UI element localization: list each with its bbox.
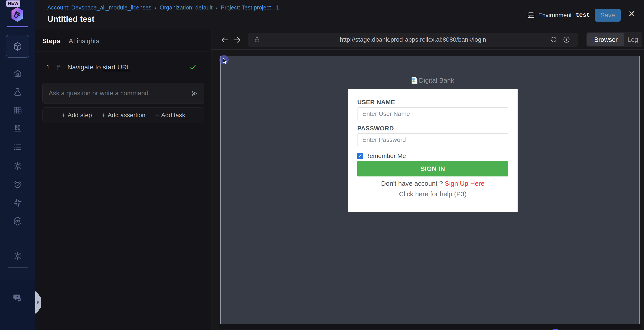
- box-icon: [12, 42, 23, 52]
- start-url-link[interactable]: start URL: [103, 64, 130, 71]
- sidebar-item-tests-active[interactable]: [6, 35, 29, 58]
- step-success-check-icon: [189, 63, 197, 71]
- chevron-right-icon: [37, 300, 40, 304]
- add-step-label: Add step: [68, 112, 92, 119]
- remember-label: Remember Me: [365, 152, 406, 160]
- flask-icon[interactable]: [12, 87, 23, 97]
- url-text[interactable]: http://stage.dbank.prod-apps.relicx.ai:8…: [248, 32, 578, 47]
- settings-gear-icon[interactable]: [12, 161, 23, 171]
- checklist-icon[interactable]: [12, 142, 23, 152]
- view-switch: Browser Log: [586, 32, 642, 47]
- add-assertion-button[interactable]: + Add assertion: [102, 112, 145, 119]
- save-button[interactable]: Save: [595, 9, 621, 22]
- sidebar-divider: [8, 268, 28, 268]
- bank-logo-alt-text: Digital Bank: [419, 77, 454, 84]
- settings-gear-icon[interactable]: [12, 251, 23, 261]
- cursor-arrow-icon: [221, 57, 230, 65]
- step-actions-bar: + Add step + Add assertion + Add task: [42, 107, 204, 123]
- sidebar-bottom-section: ? AU: [0, 281, 35, 330]
- plus-icon: +: [62, 112, 66, 119]
- help-link[interactable]: Click here for help (P3): [348, 190, 518, 198]
- close-icon[interactable]: ✕: [628, 10, 635, 18]
- signup-link[interactable]: Sign Up Here: [445, 180, 484, 187]
- svg-text:?: ?: [16, 183, 18, 187]
- plus-icon: +: [155, 112, 159, 119]
- command-input-box: [42, 82, 204, 104]
- tab-log[interactable]: Log: [624, 36, 641, 44]
- step-description-prefix: Navigate to: [68, 64, 103, 71]
- plus-icon: +: [102, 112, 106, 119]
- browser-panel: http://stage.dbank.prod-apps.relicx.ai:8…: [212, 30, 644, 330]
- top-header: Account: Devspace_all_module_licenses › …: [35, 0, 644, 30]
- remember-me-row: ✓ Remember Me: [357, 152, 406, 160]
- password-field[interactable]: [357, 134, 508, 146]
- environment-value: test: [576, 12, 590, 18]
- bank-logo-broken-image: Digital Bank: [348, 77, 518, 84]
- tab-browser[interactable]: Browser: [588, 33, 624, 46]
- signup-prompt: Don't have account ?: [381, 180, 443, 187]
- add-assertion-label: Add assertion: [108, 112, 145, 119]
- steps-panel: Steps AI insights 1 Navigate to start UR…: [35, 30, 212, 330]
- step-number: 1: [46, 64, 55, 71]
- svg-text:?: ?: [16, 295, 18, 299]
- steps-tab-bar: Steps AI insights: [35, 30, 211, 52]
- password-label: PASSWORD: [357, 125, 394, 132]
- reload-icon[interactable]: [550, 36, 558, 44]
- new-badge: NEW: [6, 0, 20, 6]
- app-logo-icon[interactable]: [10, 6, 24, 23]
- breadcrumb-organization[interactable]: Organization: default: [160, 4, 212, 11]
- add-task-label: Add task: [161, 112, 185, 119]
- username-label: USER NAME: [357, 99, 395, 106]
- url-bar[interactable]: http://stage.dbank.prod-apps.relicx.ai:8…: [248, 32, 578, 47]
- playback-bar: 02:00 LIVE 0.5x 1x 2x 4x 8x 16x skip ina…: [219, 324, 641, 329]
- grid-icon[interactable]: [12, 105, 23, 115]
- infinity-hexagon-icon[interactable]: [12, 216, 23, 226]
- tab-ai-insights[interactable]: AI insights: [69, 37, 99, 45]
- help-chat-icon[interactable]: ?: [12, 293, 23, 303]
- forward-arrow-icon[interactable]: [232, 36, 242, 44]
- tab-steps[interactable]: Steps: [42, 37, 60, 45]
- chevron-right-icon: ›: [212, 4, 221, 11]
- sign-in-button[interactable]: SIGN IN: [357, 161, 508, 176]
- browser-chrome-bar: http://stage.dbank.prod-apps.relicx.ai:8…: [212, 30, 644, 50]
- icon-sidebar: NEW: [0, 0, 35, 330]
- page-title: Untitled test: [47, 14, 94, 24]
- back-arrow-icon[interactable]: [220, 36, 229, 44]
- login-card: USER NAME PASSWORD ✓ Remember Me SIGN IN…: [348, 89, 518, 212]
- flag-icon: [55, 64, 62, 71]
- step-description: Navigate to start URL: [68, 64, 130, 71]
- step-row[interactable]: 1 Navigate to start URL: [46, 62, 202, 72]
- remote-cursor: [221, 56, 234, 70]
- username-field[interactable]: [357, 108, 508, 120]
- remember-checkbox[interactable]: ✓: [357, 153, 363, 159]
- signup-row: Don't have account ? Sign Up Here: [348, 180, 518, 187]
- columns-icon[interactable]: [12, 124, 23, 134]
- environment-label: Environment: [538, 12, 572, 19]
- timeline-knob[interactable]: [550, 329, 560, 330]
- add-step-button[interactable]: + Add step: [62, 112, 92, 119]
- browser-viewport[interactable]: Digital Bank USER NAME PASSWORD ✓ Rememb…: [220, 56, 640, 324]
- command-input[interactable]: [42, 83, 204, 104]
- environment-drive-icon: [527, 11, 535, 20]
- active-module-indicator: [7, 26, 28, 27]
- send-icon[interactable]: [190, 90, 198, 97]
- chevron-right-icon: ›: [152, 4, 160, 11]
- broken-image-icon: [412, 77, 418, 84]
- breadcrumb-account[interactable]: Account: Devspace_all_module_licenses: [47, 4, 152, 11]
- environment-selector[interactable]: Environment test: [527, 11, 590, 20]
- home-icon[interactable]: [12, 68, 23, 79]
- breadcrumb: Account: Devspace_all_module_licenses › …: [47, 4, 279, 11]
- breadcrumb-project[interactable]: Project: Test project - 1: [221, 4, 279, 11]
- slack-icon[interactable]: [12, 198, 23, 208]
- info-icon[interactable]: [562, 36, 570, 44]
- incognito-icon[interactable]: ?: [12, 179, 23, 189]
- sidebar-divider: [8, 241, 28, 241]
- add-task-button[interactable]: + Add task: [155, 112, 185, 119]
